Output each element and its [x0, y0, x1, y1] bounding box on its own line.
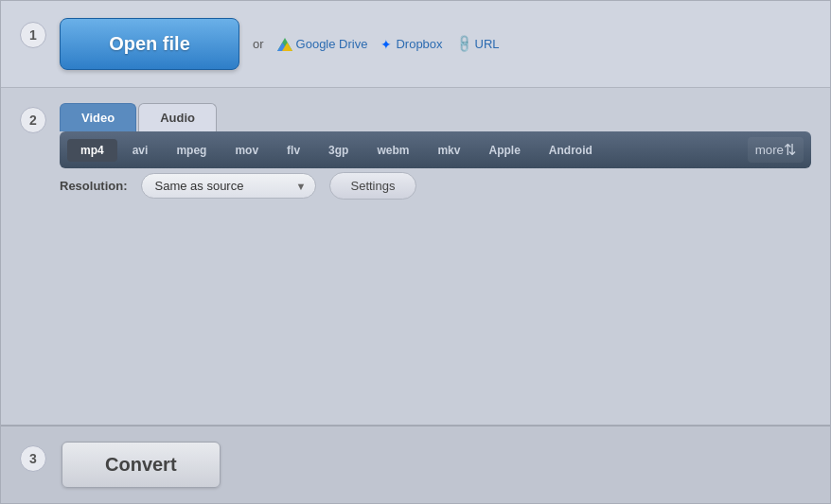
format-mkv[interactable]: mkv — [424, 139, 473, 162]
open-file-button[interactable]: Open file — [60, 18, 239, 70]
convert-button[interactable]: Convert — [62, 442, 221, 488]
google-drive-link[interactable]: Google Drive — [277, 37, 368, 51]
step-3-number: 3 — [20, 445, 46, 472]
dropbox-link[interactable]: ✦ Dropbox — [380, 37, 442, 52]
section-2: 2 Video Audio mp4 avi mpeg mov flv 3gp w… — [1, 88, 830, 426]
section-1-row: 1 Open file or Google Drive — [20, 18, 811, 70]
url-link[interactable]: 🔗 URL — [456, 37, 500, 51]
format-tabs: Video Audio — [60, 103, 811, 131]
or-label: or — [253, 37, 264, 51]
app-container: 1 Open file or Google Drive — [0, 0, 831, 504]
section-1: 1 Open file or Google Drive — [1, 1, 830, 88]
format-more-button[interactable]: more ⇅ — [748, 137, 804, 163]
step-2-number: 2 — [20, 107, 46, 133]
format-flv[interactable]: flv — [274, 139, 313, 162]
settings-button[interactable]: Settings — [329, 172, 417, 200]
format-3gp[interactable]: 3gp — [315, 139, 362, 162]
open-file-row: Open file or Google Drive — [60, 18, 811, 70]
resolution-select[interactable]: Same as source — [141, 173, 316, 199]
format-mpeg[interactable]: mpeg — [163, 139, 220, 162]
format-more-label: more — [755, 143, 784, 157]
format-apple[interactable]: Apple — [475, 139, 533, 162]
dropbox-label: Dropbox — [396, 37, 442, 51]
tab-video[interactable]: Video — [60, 103, 136, 131]
google-drive-label: Google Drive — [296, 37, 368, 51]
tab-audio[interactable]: Audio — [138, 103, 217, 131]
resolution-row: Resolution: Same as source ▼ Settings — [60, 172, 811, 200]
section-1-content: Open file or Google Drive — [60, 18, 811, 70]
resolution-label: Resolution: — [60, 179, 128, 193]
format-android[interactable]: Android — [536, 139, 606, 162]
format-bar: mp4 avi mpeg mov flv 3gp webm mkv Apple … — [60, 131, 811, 168]
format-webm[interactable]: webm — [363, 139, 422, 162]
format-mov[interactable]: mov — [221, 139, 272, 162]
more-arrow-icon: ⇅ — [784, 141, 796, 159]
format-mp4[interactable]: mp4 — [67, 139, 117, 162]
url-label: URL — [475, 37, 500, 51]
google-drive-icon — [277, 38, 292, 51]
resolution-wrapper: Same as source ▼ — [141, 173, 316, 199]
section-3: 3 Convert — [1, 426, 830, 503]
dropbox-icon: ✦ — [380, 37, 392, 52]
cloud-links: Google Drive ✦ Dropbox 🔗 URL — [277, 37, 500, 52]
format-avi[interactable]: avi — [119, 139, 162, 162]
section-2-content: Video Audio mp4 avi mpeg mov flv 3gp web… — [60, 103, 811, 200]
section-2-row: 2 Video Audio mp4 avi mpeg mov flv 3gp w… — [20, 103, 811, 200]
url-icon: 🔗 — [453, 34, 474, 55]
step-1-number: 1 — [20, 22, 46, 48]
